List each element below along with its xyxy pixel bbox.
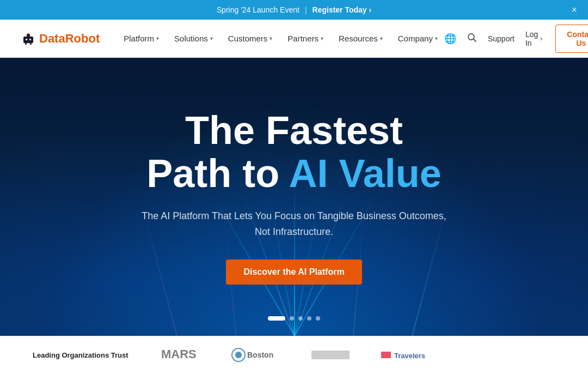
- banner-event-text: Spring '24 Launch Event: [217, 5, 299, 14]
- carousel-dot-1[interactable]: [268, 316, 285, 321]
- trust-label: Leading Organizations Trust: [33, 351, 128, 359]
- svg-rect-2: [29, 39, 31, 40]
- hero-subtitle: The AI Platform That Lets You Focus on T…: [142, 208, 446, 240]
- svg-rect-13: [311, 351, 350, 359]
- boston-logo-svg: Boston: [231, 347, 285, 363]
- carousel-dot-4[interactable]: [307, 316, 311, 321]
- nav-item-platform[interactable]: Platform ▾: [117, 29, 166, 47]
- solutions-chevron-icon: ▾: [210, 35, 213, 41]
- header-right: 🌐 Support Log In › Contact Us Book a Dem…: [444, 21, 588, 57]
- customers-chevron-icon: ▾: [270, 35, 272, 41]
- mars-logo-svg: MARS: [161, 347, 205, 363]
- partner-logo-travelers: Travelers: [381, 347, 446, 363]
- nav-item-resources[interactable]: Resources ▾: [332, 29, 389, 47]
- travelers-logo-svg: Travelers: [381, 347, 446, 363]
- logo-icon: [22, 32, 35, 45]
- svg-rect-0: [23, 37, 33, 43]
- nav-item-solutions[interactable]: Solutions ▾: [168, 29, 219, 47]
- nav-item-partners[interactable]: Partners ▾: [281, 29, 330, 47]
- svg-text:Boston: Boston: [247, 351, 273, 359]
- svg-text:MARS: MARS: [161, 347, 197, 361]
- svg-text:Travelers: Travelers: [394, 352, 425, 360]
- login-arrow-icon: ›: [540, 35, 542, 43]
- banner-cta-link[interactable]: Register Today: [313, 5, 372, 14]
- partner-logo-boston: Boston: [231, 347, 285, 363]
- login-link[interactable]: Log In ›: [525, 30, 542, 47]
- svg-rect-14: [381, 352, 391, 358]
- svg-line-8: [473, 39, 476, 42]
- logo[interactable]: DataRobot: [22, 32, 100, 46]
- footer-trust-strip: Leading Organizations Trust MARS Boston: [0, 336, 588, 368]
- hero-content: The Fastest Path to AI Value The AI Plat…: [120, 109, 468, 285]
- platform-chevron-icon: ▾: [156, 35, 159, 41]
- carousel-dots: [268, 316, 320, 321]
- globe-icon[interactable]: 🌐: [444, 34, 456, 44]
- company-chevron-icon: ▾: [435, 35, 438, 41]
- carousel-dot-3[interactable]: [298, 316, 303, 321]
- svg-point-11: [235, 352, 242, 358]
- resources-chevron-icon: ▾: [380, 35, 383, 41]
- svg-rect-5: [25, 43, 27, 45]
- logo-data: Data: [39, 32, 65, 45]
- main-header: DataRobot Platform ▾ Solutions ▾ Custome…: [0, 20, 588, 58]
- header-util: 🌐 Support Log In ›: [444, 30, 542, 47]
- nav-item-customers[interactable]: Customers ▾: [222, 29, 279, 47]
- partner-logos: MARS Boston Travelers: [161, 347, 555, 363]
- banner-separator: |: [305, 5, 307, 14]
- svg-point-4: [28, 33, 29, 34]
- hero-title: The Fastest Path to AI Value: [142, 109, 446, 195]
- nav-item-company[interactable]: Company ▾: [391, 29, 444, 47]
- top-banner: Spring '24 Launch Event | Register Today…: [0, 0, 588, 20]
- main-nav: Platform ▾ Solutions ▾ Customers ▾ Partn…: [117, 29, 444, 47]
- logo-text: DataRobot: [39, 32, 100, 46]
- banner-close-button[interactable]: ×: [571, 5, 577, 15]
- partner-logo-mars: MARS: [161, 347, 205, 363]
- contact-us-button[interactable]: Contact Us: [555, 25, 588, 53]
- carousel-dot-5[interactable]: [316, 316, 320, 321]
- partner-logo-generic: [311, 347, 355, 363]
- search-icon[interactable]: [467, 33, 477, 44]
- hero-cta-button[interactable]: Discover the AI Platform: [226, 260, 362, 285]
- generic-logo-svg: [311, 347, 355, 363]
- svg-rect-6: [30, 43, 32, 45]
- svg-rect-1: [26, 39, 27, 40]
- header-left: DataRobot Platform ▾ Solutions ▾ Custome…: [22, 29, 444, 47]
- support-link[interactable]: Support: [488, 34, 514, 43]
- carousel-dot-2[interactable]: [290, 316, 294, 321]
- partners-chevron-icon: ▾: [321, 35, 323, 41]
- hero-section: The Fastest Path to AI Value The AI Plat…: [0, 58, 588, 336]
- logo-robot: Robot: [65, 32, 100, 45]
